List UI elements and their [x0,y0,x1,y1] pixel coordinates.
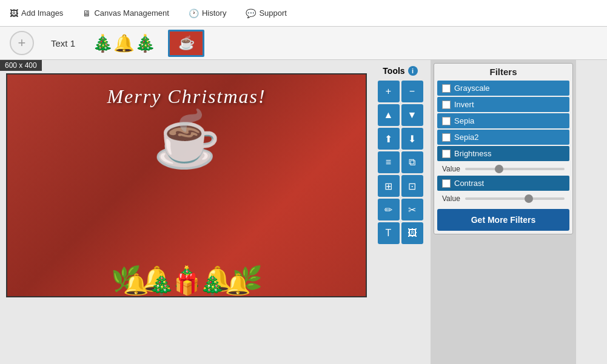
tool-row-element: ⊞ ⊡ [378,175,423,197]
coffee-cup-image: ☕ [153,108,221,171]
contrast-slider[interactable] [465,197,565,200]
tool-row-move: ▲ ▼ [378,104,423,126]
nav-support-label: Support [259,8,287,18]
tool-row-align: ≡ ⧉ [378,151,423,173]
tools-info-icon[interactable]: i [408,66,418,76]
contrast-checkbox[interactable]: ✓ [442,179,451,188]
sepia2-checkbox[interactable] [442,133,451,142]
invert-label: Invert [454,100,474,109]
grayscale-label: Grayscale [454,84,490,93]
filter-contrast[interactable]: ✓ Contrast [437,176,569,191]
add-images-icon: 🖼 [10,8,18,18]
canvas-image[interactable]: Merry Christmas! ☕ 🌿🔔🎄🔔🌿 🔔🎄🎁🎄🔔 [6,73,367,297]
move-down-button[interactable]: ▼ [401,104,423,126]
sepia-label: Sepia [454,116,474,125]
copy-button[interactable]: ⧉ [401,151,423,173]
align-button[interactable]: ≡ [378,151,400,173]
contrast-slider-handle[interactable] [525,194,533,203]
tools-header: Tools i [383,66,417,76]
main-area: 600 x 400 Merry Christmas! ☕ 🌿🔔🎄🔔🌿 🔔🎄🎁🎄🔔… [0,60,607,364]
flip-button[interactable]: ⊡ [401,175,423,197]
brightness-value-label: Value [442,165,460,173]
filter-sepia2[interactable]: Sepia2 [437,130,569,145]
tools-panel: Tools i + − ▲ ▼ ⬆ ⬇ ≡ ⧉ ⊞ ⊡ ✏ ✂ T 🖼 [370,60,431,364]
add-canvas-button[interactable]: + [10,31,34,55]
grayscale-checkbox[interactable] [442,84,451,93]
nav-support[interactable]: 💬 Support [242,6,290,21]
nav-canvas-management-label: Canvas Management [94,8,169,18]
filters-box: Filters Grayscale Invert Sepia Sepia2 [434,63,573,234]
coffee-thumb-icon: ☕ [178,35,195,51]
filter-sepia[interactable]: Sepia [437,113,569,128]
get-more-filters-button[interactable]: Get More Filters [437,209,569,231]
top-nav: 🖼 Add Images 🖥 Canvas Management 🕐 Histo… [0,0,607,27]
text-tool-button[interactable]: T [378,222,400,244]
nav-add-images[interactable]: 🖼 Add Images [6,6,67,21]
nav-history[interactable]: 🕐 History [185,6,230,21]
brightness-slider-handle[interactable] [495,165,503,173]
contrast-value-label: Value [442,194,460,203]
filters-panel: Filters Grayscale Invert Sepia Sepia2 [431,60,576,364]
filter-grayscale[interactable]: Grayscale [437,81,569,96]
move-up-button[interactable]: ▲ [378,104,400,126]
send-back-button[interactable]: ⬇ [401,128,423,150]
filter-brightness[interactable]: ✓ Brightness [437,146,569,161]
filters-title: Filters [437,67,569,77]
brightness-slider[interactable] [465,168,565,170]
canvas-management-icon: 🖥 [82,8,91,18]
add-canvas-icon: + [18,35,26,51]
edit-button[interactable]: ✏ [378,199,400,220]
tool-row-layer: ⬆ ⬇ [378,128,423,150]
merry-christmas-text: Merry Christmas! [7,85,366,108]
tools-label: Tools [383,66,404,76]
bring-forward-button[interactable]: ⬆ [378,128,400,150]
filter-invert[interactable]: Invert [437,97,569,112]
canvas-bar: + Text 1 🎄🔔🎄 ☕ [0,27,607,60]
brightness-label: Brightness [454,149,491,158]
bells-decoration: 🔔🎄🎁🎄🔔 [123,272,250,296]
history-icon: 🕐 [189,8,199,18]
zoom-in-button[interactable]: + [378,81,400,102]
invert-checkbox[interactable] [442,101,451,109]
crop-button[interactable]: ✂ [401,199,423,220]
text-canvas-item[interactable]: Text 1 [46,36,80,51]
brightness-checkbox[interactable]: ✓ [442,150,451,158]
contrast-value-row: Value [437,192,569,205]
image-tool-button[interactable]: 🖼 [401,222,423,244]
sepia2-label: Sepia2 [454,133,478,142]
tool-row-zoom: + − [378,81,423,102]
support-icon: 💬 [246,8,256,18]
size-badge: 600 x 400 [0,60,42,71]
coffee-canvas-thumb[interactable]: ☕ [168,30,204,57]
image-section: 600 x 400 Merry Christmas! ☕ 🌿🔔🎄🔔🌿 🔔🎄🎁🎄🔔 [0,60,370,364]
brightness-value-row: Value [437,162,569,176]
nav-canvas-management[interactable]: 🖥 Canvas Management [79,6,173,21]
tool-row-text: T 🖼 [378,222,423,244]
sepia-checkbox[interactable] [442,117,451,125]
tool-row-edit: ✏ ✂ [378,199,423,220]
nav-history-label: History [202,8,226,18]
nav-add-images-label: Add Images [21,8,63,18]
contrast-label: Contrast [454,179,484,188]
add-element-button[interactable]: ⊞ [378,175,400,197]
holly-canvas-item[interactable]: 🎄🔔🎄 [92,33,156,53]
zoom-out-button[interactable]: − [401,81,423,102]
